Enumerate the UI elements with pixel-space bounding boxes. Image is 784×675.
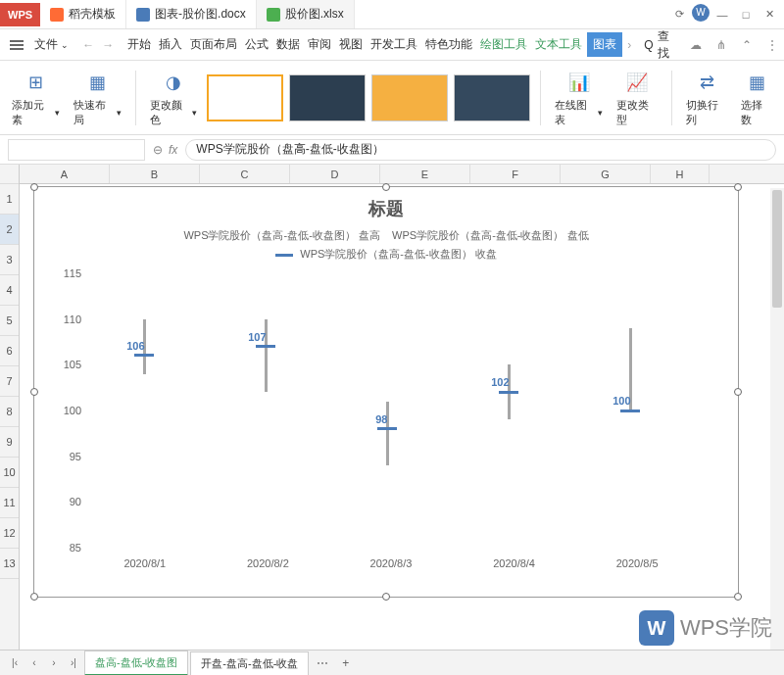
row-header[interactable]: 1 — [0, 184, 19, 215]
sheet-nav-next[interactable]: › — [45, 654, 63, 672]
row-header[interactable]: 5 — [0, 306, 19, 336]
formula-input[interactable]: WPS学院股价（盘高-盘低-收盘图） — [185, 139, 776, 161]
sheet-add-button[interactable]: + — [336, 656, 355, 670]
change-colors-button[interactable]: ◑ 更改颜色▾ — [146, 69, 202, 127]
row-header[interactable]: 10 — [0, 458, 19, 488]
row-header[interactable]: 8 — [0, 397, 19, 427]
chart-style-4[interactable] — [454, 74, 530, 121]
chart-title[interactable]: 标题 — [34, 187, 738, 226]
chart-style-2[interactable] — [289, 74, 366, 121]
col-header[interactable]: D — [290, 165, 380, 183]
wps-logo: WPS — [0, 3, 40, 26]
chart-object[interactable]: 标题 WPS学院股价（盘高-盘低-收盘图） 盘高 WPS学院股价（盘高-盘低-收… — [33, 186, 739, 598]
excel-icon — [267, 8, 280, 22]
switch-row-col-button[interactable]: ⇄ 切换行列 — [682, 69, 731, 127]
sheet-tab-active[interactable]: 盘高-盘低-收盘图 — [84, 651, 188, 676]
hlc-bar[interactable]: 107 — [265, 319, 268, 393]
tab-label: 稻壳模板 — [69, 6, 116, 23]
tab-templates[interactable]: 稻壳模板 — [40, 0, 126, 28]
zoom-out-icon[interactable]: ⊖ — [153, 143, 163, 157]
sheet-nav-first[interactable]: |‹ — [6, 654, 24, 672]
menu-toggle[interactable] — [4, 36, 29, 54]
col-header[interactable]: A — [20, 165, 110, 183]
close-button[interactable]: ✕ — [759, 4, 780, 25]
row-header[interactable]: 11 — [0, 488, 19, 518]
menu-home[interactable]: 开始 — [124, 32, 154, 57]
hlc-bar[interactable]: 98 — [386, 402, 389, 465]
data-label: 107 — [237, 331, 267, 343]
redo-nav[interactable]: → — [99, 38, 117, 52]
col-header[interactable]: H — [651, 165, 710, 183]
col-header[interactable]: E — [380, 165, 470, 183]
resize-handle[interactable] — [30, 593, 38, 601]
chart-legend-close[interactable]: WPS学院股价（盘高-盘低-收盘图） 收盘 — [34, 245, 738, 264]
tab-xlsx[interactable]: 股价图.xlsx — [257, 0, 355, 28]
col-header[interactable]: C — [200, 165, 290, 183]
sheet-nav-prev[interactable]: ‹ — [25, 654, 43, 672]
hlc-bar[interactable]: 102 — [508, 364, 511, 419]
resize-handle[interactable] — [382, 593, 390, 601]
add-element-button[interactable]: ⊞ 添加元素▾ — [8, 69, 64, 127]
select-data-button[interactable]: ▦ 选择数 — [737, 69, 776, 127]
chart-plot-area[interactable]: 115 110 105 100 95 90 85 10610798102100 … — [83, 273, 699, 548]
sheet-tab[interactable]: 开盘-盘高-盘低-收盘 — [190, 651, 309, 675]
resize-handle[interactable] — [30, 388, 38, 396]
menu-formula[interactable]: 公式 — [242, 32, 271, 57]
menu-chart-tools[interactable]: 图表 — [587, 32, 622, 57]
chevron-up-icon[interactable]: ⌃ — [738, 36, 756, 54]
col-header[interactable]: F — [470, 165, 561, 183]
resize-handle[interactable] — [30, 183, 38, 191]
col-header[interactable]: B — [110, 165, 200, 183]
row-header[interactable]: 4 — [0, 275, 19, 306]
row-header[interactable]: 7 — [0, 366, 19, 397]
menu-insert[interactable]: 插入 — [156, 32, 185, 57]
resize-handle[interactable] — [734, 388, 742, 396]
sheet-nav-last[interactable]: ›| — [65, 654, 82, 672]
user-avatar[interactable]: W — [692, 4, 710, 22]
more-icon[interactable]: ⋮ — [763, 36, 781, 54]
quick-layout-button[interactable]: ▦ 快速布局▾ — [70, 69, 125, 127]
minimize-button[interactable]: — — [711, 4, 733, 25]
chart-legend[interactable]: WPS学院股价（盘高-盘低-收盘图） 盘高 WPS学院股价（盘高-盘低-收盘图）… — [34, 226, 738, 245]
vertical-scrollbar[interactable] — [770, 188, 784, 650]
y-axis: 115 110 105 100 95 90 85 — [54, 273, 81, 548]
share-icon[interactable]: ⋔ — [712, 36, 730, 54]
resize-handle[interactable] — [734, 593, 742, 601]
menu-features[interactable]: 特色功能 — [422, 32, 475, 57]
change-type-button[interactable]: 📈 更改类型 — [612, 69, 662, 127]
row-header[interactable]: 12 — [0, 518, 19, 549]
menu-review[interactable]: 审阅 — [305, 32, 334, 57]
sheet-more[interactable]: ⋯ — [311, 656, 334, 670]
menu-page-layout[interactable]: 页面布局 — [187, 32, 240, 57]
row-header[interactable]: 13 — [0, 549, 19, 579]
sync-icon[interactable]: ⟳ — [668, 4, 690, 25]
row-header[interactable]: 9 — [0, 427, 19, 458]
resize-handle[interactable] — [382, 183, 390, 191]
tab-docx[interactable]: 图表-股价图.docx — [126, 0, 257, 28]
file-menu[interactable]: 文件 ⌄ — [31, 32, 72, 57]
row-header[interactable]: 2 — [0, 215, 19, 245]
resize-handle[interactable] — [734, 183, 742, 191]
maximize-button[interactable]: □ — [735, 4, 757, 25]
name-box[interactable] — [8, 139, 145, 161]
hlc-bar[interactable]: 100 — [629, 328, 632, 410]
col-header[interactable]: G — [561, 165, 651, 183]
menu-text-tools[interactable]: 文本工具 — [532, 32, 585, 57]
chevron-right-icon[interactable]: › — [624, 38, 634, 52]
chart-style-3[interactable] — [371, 74, 448, 121]
search-box[interactable]: Q 查找 — [636, 26, 676, 64]
fx-icon[interactable]: fx — [169, 143, 177, 157]
undo-nav[interactable]: ← — [79, 38, 97, 52]
menu-drawing-tools[interactable]: 绘图工具 — [477, 32, 530, 57]
menu-dev-tools[interactable]: 开发工具 — [368, 32, 420, 57]
online-chart-button[interactable]: 📊 在线图表▾ — [551, 69, 607, 127]
scrollbar-thumb[interactable] — [772, 190, 782, 308]
menu-data[interactable]: 数据 — [273, 32, 303, 57]
fire-icon — [50, 8, 64, 22]
cloud-icon[interactable]: ☁ — [687, 36, 705, 54]
row-header[interactable]: 6 — [0, 336, 19, 366]
chart-style-1[interactable] — [207, 74, 283, 121]
menu-view[interactable]: 视图 — [336, 32, 366, 57]
hlc-bar[interactable]: 106 — [143, 319, 146, 374]
row-header[interactable]: 3 — [0, 245, 19, 275]
